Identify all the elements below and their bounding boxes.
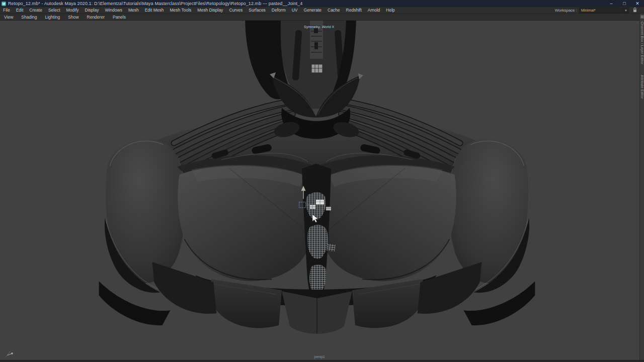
menu-item[interactable]: Edit Mesh [142, 8, 167, 13]
menu-item[interactable]: Mesh Tools [167, 8, 195, 13]
panel-toggle-icon[interactable] [640, 15, 644, 19]
menu-item[interactable]: Surfaces [246, 8, 269, 13]
panel-menu-item[interactable]: View [0, 15, 17, 20]
workspace-label: Workspace : [555, 8, 577, 13]
menu-item[interactable]: File [0, 8, 13, 13]
menu-item[interactable]: Mesh [125, 8, 142, 13]
menu-item[interactable]: Curves [226, 8, 246, 13]
maximize-button[interactable]: □ [618, 0, 631, 7]
workspace-dropdown[interactable]: Minimal* [579, 8, 623, 13]
menu-item[interactable]: Create [26, 8, 45, 13]
panel-menu-item[interactable]: Renderer [83, 15, 109, 20]
panel-menu-bar: ViewShadingLightingShowRendererPanels [0, 14, 644, 21]
menu-item[interactable]: UV [289, 8, 301, 13]
menu-item[interactable]: Select [45, 8, 63, 13]
menu-item[interactable]: Generate [301, 8, 325, 13]
main-menu-bar: FileEditCreateSelectModifyDisplayWindows… [0, 7, 644, 14]
menu-item[interactable]: Edit [13, 8, 27, 13]
lock-icon[interactable] [633, 8, 637, 13]
view-axis-icon [4, 348, 17, 358]
menu-item[interactable]: Display [82, 8, 102, 13]
tab-channel-box[interactable]: Channel Box / Layer Editor [640, 22, 644, 64]
maya-app-icon: M [2, 2, 6, 6]
menu-item[interactable]: Redshift [343, 8, 365, 13]
menu-item[interactable]: Mesh Display [194, 8, 226, 13]
title-bar: M Retopo_12.mb* - Autodesk Maya 2020.1: … [0, 0, 644, 7]
panel-menu-item[interactable]: Lighting [41, 15, 64, 20]
workspace-controls: Workspace : Minimal* ▼ [555, 8, 644, 13]
camera-name-label: persp1 [0, 355, 639, 358]
right-panel-strip: Channel Box / Layer Editor Attribute Edi… [639, 14, 644, 360]
panel-menu-item[interactable]: Show [64, 15, 83, 20]
minimize-button[interactable]: – [605, 0, 618, 7]
window-controls: – □ ✕ [605, 0, 644, 7]
panel-menu-item[interactable]: Shading [17, 15, 41, 20]
window-title: Retopo_12.mb* - Autodesk Maya 2020.1: D:… [8, 1, 302, 6]
maya-window: M Retopo_12.mb* - Autodesk Maya 2020.1: … [0, 0, 644, 362]
menu-item[interactable]: Help [383, 8, 397, 13]
viewport-3d[interactable]: Symmetry: World X persp1 [0, 21, 644, 360]
menu-item[interactable]: Windows [102, 8, 125, 13]
symmetry-indicator: Symmetry: World X [304, 25, 334, 29]
chevron-down-icon[interactable]: ▼ [623, 8, 629, 13]
menu-item[interactable]: Cache [325, 8, 343, 13]
panel-menu-item[interactable]: Panels [109, 15, 130, 20]
menu-items: FileEditCreateSelectModifyDisplayWindows… [0, 8, 398, 13]
panel-menu-items: ViewShadingLightingShowRendererPanels [0, 15, 130, 20]
menu-item[interactable]: Arnold [365, 8, 383, 13]
model-render [0, 21, 644, 360]
menu-item[interactable]: Deform [269, 8, 289, 13]
menu-item[interactable]: Modify [63, 8, 82, 13]
tab-attribute-editor[interactable]: Attribute Editor [640, 75, 644, 99]
close-button[interactable]: ✕ [631, 0, 644, 7]
bottom-border [0, 360, 644, 362]
